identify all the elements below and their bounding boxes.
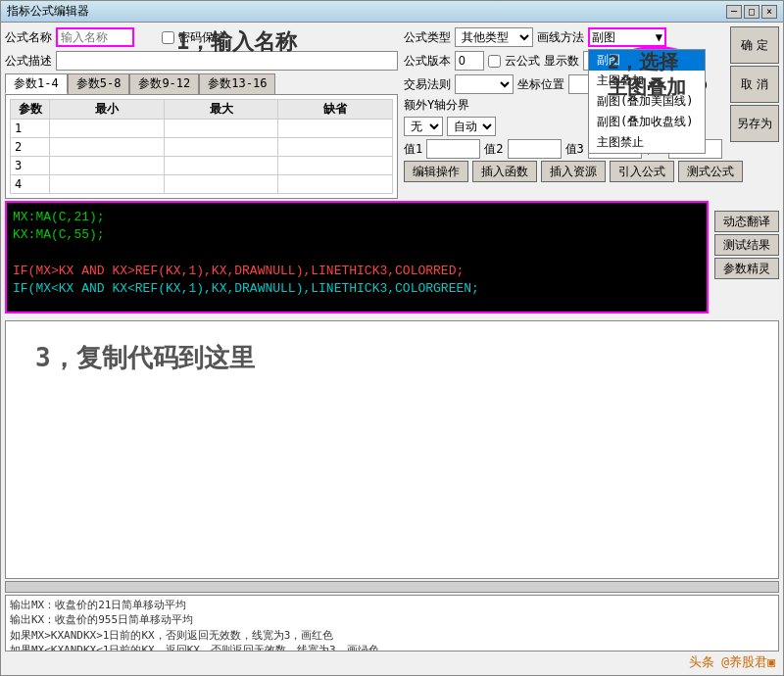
status-line-3: 如果MX>KXANDKX>1日前的KX，否则返回无效数，线宽为3，画红色	[10, 628, 774, 643]
row4-min[interactable]	[54, 176, 160, 192]
formula-desc-label: 公式描述	[5, 53, 52, 70]
dropdown-item-futu-close[interactable]: 副图(叠加收盘线)	[589, 112, 705, 132]
password-protect-label: 密码保护	[178, 29, 225, 46]
value2-input[interactable]	[508, 139, 562, 159]
table-row: 2	[11, 138, 393, 157]
row3-default[interactable]	[282, 158, 388, 173]
row3-max[interactable]	[169, 158, 274, 173]
title-bar: 指标公式编辑器 ─ □ ×	[1, 1, 783, 23]
insert-func-button[interactable]: 插入函数	[472, 161, 537, 182]
trade-rule-select[interactable]	[455, 74, 514, 94]
param-wizard-button[interactable]: 参数精灵	[714, 258, 779, 279]
tab-headers: 参数1-4 参数5-8 参数9-12 参数13-16	[5, 73, 398, 94]
test-formula-button[interactable]: 测式公式	[678, 161, 743, 182]
row1-min[interactable]	[54, 121, 160, 136]
row4-default[interactable]	[282, 176, 388, 192]
status-line-4: 如果MX<KXANDKX<1日前的KX，返回KX，否则返回无效数，线宽为3，画绿…	[10, 643, 774, 652]
auto-select[interactable]: 自动	[447, 117, 496, 136]
col-param: 参数	[11, 100, 50, 120]
cloud-formula-label: 云公式	[505, 53, 540, 70]
cancel-button[interactable]: 取 消	[730, 66, 779, 103]
display-label: 显示数	[544, 53, 579, 70]
code-line-4: IF(MX>KX AND KX>REF(KX,1),KX,DRAWNULL),L…	[13, 263, 701, 280]
tab-params-5-8[interactable]: 参数5-8	[68, 73, 130, 94]
dropdown-item-futu[interactable]: 副图	[589, 50, 705, 71]
dropdown-item-zhututu[interactable]: 主图叠加	[589, 71, 705, 91]
formula-version-input[interactable]	[455, 51, 484, 71]
draw-method-dropdown: 副图 主图叠加 副图(叠加美国线) 副图(叠加收盘线) 主图禁止	[588, 49, 706, 154]
watermark-text: 头条 @养股君▣	[689, 653, 775, 671]
save-as-button[interactable]: 另存为	[730, 105, 779, 142]
trade-rule-label: 交易法则	[404, 76, 451, 93]
window-controls: ─ □ ×	[726, 5, 777, 19]
status-line-1: 输出MX：收盘价的21日简单移动平均	[10, 598, 774, 612]
dropdown-arrow-icon: ▼	[656, 30, 662, 44]
insert-res-button[interactable]: 插入资源	[541, 161, 606, 182]
col-max: 最大	[164, 100, 278, 120]
step3-annotation: 3，复制代码到这里	[6, 321, 778, 395]
params-tabs: 参数1-4 参数5-8 参数9-12 参数13-16 参数 最小 最大	[5, 73, 398, 199]
params-table: 参数 最小 最大 缺省 1	[10, 99, 393, 194]
horizontal-scrollbar[interactable]	[5, 581, 779, 593]
row-id-3: 3	[11, 157, 50, 175]
value3-label: 值3	[565, 141, 584, 158]
window-title: 指标公式编辑器	[7, 3, 89, 20]
formula-type-select[interactable]: 其他类型	[455, 27, 533, 47]
code-line-1: MX:MA(C,21);	[13, 209, 701, 226]
none-select[interactable]: 无	[404, 117, 443, 136]
extra-y-label: 额外Y轴分界	[404, 97, 469, 114]
confirm-button[interactable]: 确 定	[730, 26, 779, 64]
tab-params-9-12[interactable]: 参数9-12	[129, 73, 199, 94]
main-editor-area[interactable]: 3，复制代码到这里	[5, 320, 779, 579]
col-default: 缺省	[278, 100, 393, 120]
status-line-2: 输出KX：收盘价的955日简单移动平均	[10, 612, 774, 627]
formula-name-row: 公式名称 密码保护	[5, 26, 398, 48]
formula-desc-input[interactable]	[56, 51, 398, 71]
main-window: 指标公式编辑器 ─ □ × 公式名称 密码保护 公式描述	[0, 0, 784, 676]
draw-method-value: 副图	[592, 29, 656, 46]
row4-max[interactable]	[169, 176, 274, 192]
import-formula-button[interactable]: 引入公式	[610, 161, 674, 182]
formula-name-label: 公式名称	[5, 29, 52, 46]
row1-max[interactable]	[169, 121, 274, 136]
edit-ops-button[interactable]: 编辑操作	[404, 161, 468, 182]
formula-name-input[interactable]	[56, 27, 134, 47]
table-row: 1	[11, 120, 393, 138]
code-editor[interactable]: MX:MA(C,21); KX:MA(C,55); IF(MX>KX AND K…	[5, 201, 709, 314]
dropdown-item-futu-us[interactable]: 副图(叠加美国线)	[589, 91, 705, 112]
password-protect-checkbox[interactable]	[162, 31, 174, 44]
status-bar: 输出MX：收盘价的21日简单移动平均 输出KX：收盘价的955日简单移动平均 如…	[5, 595, 779, 652]
dropdown-item-zhujin[interactable]: 主图禁止	[589, 132, 705, 153]
formula-type-label: 公式类型	[404, 29, 451, 46]
row3-min[interactable]	[54, 158, 160, 173]
tab-params-1-4[interactable]: 参数1-4	[5, 73, 68, 94]
code-line-3	[13, 244, 701, 262]
formula-version-label: 公式版本	[404, 53, 451, 70]
value2-label: 值2	[484, 141, 503, 158]
code-line-2: KX:MA(C,55);	[13, 226, 701, 244]
row2-max[interactable]	[169, 139, 274, 155]
table-row: 4	[11, 175, 393, 194]
maximize-button[interactable]: □	[744, 5, 760, 19]
row-id-4: 4	[11, 175, 50, 194]
row2-default[interactable]	[282, 139, 388, 155]
row2-min[interactable]	[54, 139, 160, 155]
col-min: 最小	[50, 100, 165, 120]
formula-desc-row: 公式描述	[5, 50, 398, 72]
formula-type-row: 公式类型 其他类型 画线方法 副图 ▼	[404, 26, 722, 48]
tab-content: 参数 最小 最大 缺省 1	[5, 94, 398, 199]
row1-default[interactable]	[282, 121, 388, 136]
draw-method-label: 画线方法	[537, 29, 584, 46]
close-button[interactable]: ×	[761, 5, 777, 19]
code-line-5: IF(MX<KX AND KX<REF(KX,1),KX,DRAWNULL),L…	[13, 280, 701, 298]
value1-input[interactable]	[426, 139, 480, 159]
draw-method-container: 副图 ▼ 副图 主图叠加 副图(叠加美国线) 副图(叠加收盘线) 主图禁止	[588, 27, 666, 47]
tab-params-13-16[interactable]: 参数13-16	[199, 73, 275, 94]
cloud-formula-checkbox[interactable]	[488, 55, 501, 68]
test-results-button[interactable]: 测试结果	[714, 234, 779, 256]
draw-method-select[interactable]: 副图 ▼	[588, 27, 666, 47]
toolbar-row: 编辑操作 插入函数 插入资源 引入公式 测式公式	[404, 161, 779, 182]
dynamic-translate-button[interactable]: 动态翻译	[714, 211, 779, 232]
row-id-1: 1	[11, 120, 50, 138]
minimize-button[interactable]: ─	[726, 5, 742, 19]
